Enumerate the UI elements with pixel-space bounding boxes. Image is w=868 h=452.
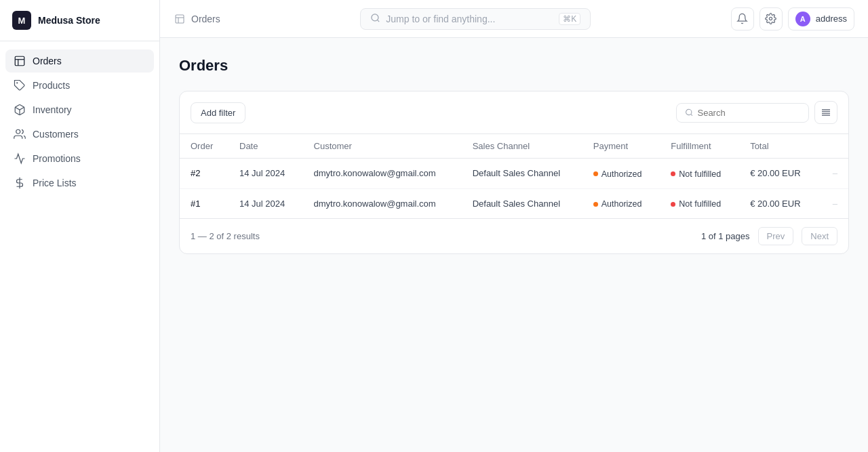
svg-point-12 <box>770 17 772 20</box>
main-area: Orders Jump to or find anything... ⌘K A <box>160 0 868 452</box>
svg-point-3 <box>16 82 18 83</box>
search-placeholder: Jump to or find anything... <box>386 14 553 24</box>
svg-rect-7 <box>176 15 184 23</box>
promotions-icon <box>14 152 26 165</box>
table-search-input[interactable] <box>697 108 800 118</box>
sidebar-item-products[interactable]: Products <box>5 74 154 97</box>
td-fulfillment: Not fulfilled <box>660 188 739 218</box>
col-customer: Customer <box>303 134 462 159</box>
td-customer: dmytro.konowalow@gmail.com <box>303 188 462 218</box>
page-title: Orders <box>179 57 849 75</box>
sidebar-nav: Orders Products Inventory Customers <box>0 41 159 203</box>
orders-icon <box>14 55 26 67</box>
results-text: 1 — 2 of 2 results <box>191 231 260 241</box>
payment-badge: Authorized <box>593 199 642 209</box>
fulfillment-label: Not fulfilled <box>679 169 721 179</box>
notifications-button[interactable] <box>731 7 754 30</box>
sidebar-item-inventory[interactable]: Inventory <box>5 98 154 121</box>
payment-label: Authorized <box>601 169 642 179</box>
sidebar-item-orders[interactable]: Orders <box>5 49 154 73</box>
pagination: 1 of 1 pages Prev Next <box>701 227 837 245</box>
td-sales-channel: Default Sales Channel <box>462 188 583 218</box>
td-date: 14 Jul 2024 <box>229 188 303 218</box>
table-footer: 1 — 2 of 2 results 1 of 1 pages Prev Nex… <box>180 218 848 253</box>
sidebar-item-price-lists[interactable]: Price Lists <box>5 171 154 194</box>
logo-letter: M <box>18 16 26 26</box>
prev-button[interactable]: Prev <box>758 227 794 245</box>
orders-table: Order Date Customer Sales Channel Paymen… <box>180 134 848 218</box>
sidebar-item-products-label: Products <box>33 80 70 91</box>
page-content: Orders Add filter <box>160 38 868 452</box>
td-fulfillment: Not fulfilled <box>660 159 739 189</box>
search-icon <box>370 13 380 25</box>
topbar: Orders Jump to or find anything... ⌘K A <box>160 0 868 38</box>
table-toolbar: Add filter <box>180 91 848 134</box>
svg-point-5 <box>16 129 20 133</box>
table-search-wrap[interactable] <box>676 103 809 123</box>
topbar-actions: A address <box>731 7 854 30</box>
store-name: Medusa Store <box>38 15 100 26</box>
svg-line-14 <box>691 114 692 115</box>
add-filter-button[interactable]: Add filter <box>191 102 245 123</box>
user-avatar: A <box>795 12 810 26</box>
user-menu-button[interactable]: A address <box>788 7 854 30</box>
td-order: #2 <box>180 159 229 189</box>
sidebar-item-orders-label: Orders <box>33 56 62 66</box>
fulfillment-badge: Not fulfilled <box>671 169 721 179</box>
customers-icon <box>14 128 26 140</box>
col-order: Order <box>180 134 229 159</box>
svg-rect-0 <box>15 56 24 66</box>
fulfillment-label: Not fulfilled <box>679 199 721 209</box>
col-total: Total <box>739 134 818 159</box>
td-payment: Authorized <box>583 188 660 218</box>
sidebar-logo[interactable]: M Medusa Store <box>0 0 159 41</box>
table-row[interactable]: #1 14 Jul 2024 dmytro.konowalow@gmail.co… <box>180 188 848 218</box>
col-fulfillment: Fulfillment <box>660 134 739 159</box>
toolbar-right <box>676 101 837 124</box>
payment-label: Authorized <box>601 199 642 209</box>
svg-point-10 <box>372 14 378 20</box>
sidebar-item-customers[interactable]: Customers <box>5 123 154 146</box>
payment-dot <box>593 171 598 176</box>
logo-box: M <box>12 11 31 30</box>
td-total: € 20.00 EUR <box>739 188 818 218</box>
table-row[interactable]: #2 14 Jul 2024 dmytro.konowalow@gmail.co… <box>180 159 848 189</box>
products-icon <box>14 79 26 91</box>
page-info: 1 of 1 pages <box>701 231 750 241</box>
td-total: € 20.00 EUR <box>739 159 818 189</box>
sort-filter-button[interactable] <box>814 101 837 124</box>
col-date: Date <box>229 134 303 159</box>
svg-point-13 <box>686 109 692 115</box>
col-sales-channel: Sales Channel <box>462 134 583 159</box>
sidebar-item-inventory-label: Inventory <box>33 104 72 115</box>
user-name: address <box>816 14 847 24</box>
td-row-action[interactable]: – <box>819 159 848 189</box>
svg-line-11 <box>378 20 380 22</box>
sidebar: M Medusa Store Orders Products Inventory <box>0 0 160 452</box>
topbar-search: Jump to or find anything... ⌘K <box>229 8 723 30</box>
payment-dot <box>593 202 598 207</box>
next-button[interactable]: Next <box>802 227 837 245</box>
sidebar-item-promotions[interactable]: Promotions <box>5 147 154 170</box>
breadcrumb-label: Orders <box>191 14 220 24</box>
sidebar-item-promotions-label: Promotions <box>33 153 81 164</box>
orders-tbody: #2 14 Jul 2024 dmytro.konowalow@gmail.co… <box>180 159 848 219</box>
breadcrumb-icon <box>174 13 186 25</box>
search-shortcut: ⌘K <box>559 13 580 25</box>
fulfillment-dot <box>671 171 675 176</box>
fulfillment-badge: Not fulfilled <box>671 199 721 209</box>
td-row-action[interactable]: – <box>819 188 848 218</box>
td-sales-channel: Default Sales Channel <box>462 159 583 189</box>
orders-table-card: Add filter Order Date <box>179 91 849 254</box>
td-order: #1 <box>180 188 229 218</box>
settings-button[interactable] <box>760 7 783 30</box>
col-actions <box>819 134 848 159</box>
payment-badge: Authorized <box>593 169 642 179</box>
breadcrumb: Orders <box>174 13 220 25</box>
global-search-bar[interactable]: Jump to or find anything... ⌘K <box>360 8 591 30</box>
td-customer: dmytro.konowalow@gmail.com <box>303 159 462 189</box>
inventory-icon <box>14 104 26 116</box>
sidebar-item-price-lists-label: Price Lists <box>33 178 77 188</box>
sidebar-item-customers-label: Customers <box>33 129 79 140</box>
price-lists-icon <box>14 177 26 189</box>
